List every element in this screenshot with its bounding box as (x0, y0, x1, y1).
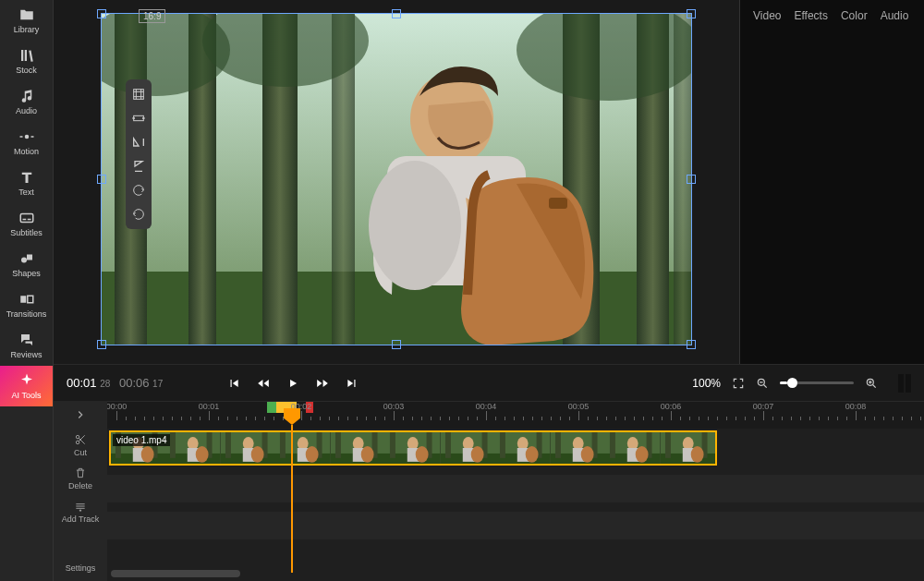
delete-button[interactable]: Delete (54, 462, 107, 495)
empty-track-1[interactable] (107, 475, 924, 502)
tab-audio[interactable]: Audio (881, 9, 909, 22)
sidebar-item-subtitles[interactable]: Subtitles (0, 203, 53, 244)
svg-rect-37 (170, 432, 176, 458)
subtitles-icon (18, 210, 35, 226)
svg-point-60 (353, 437, 364, 450)
svg-rect-58 (335, 432, 341, 458)
settings-button[interactable]: Settings (54, 555, 107, 581)
zoom-in-button[interactable] (865, 377, 878, 390)
levels-icon (898, 374, 911, 393)
flip-h-button[interactable] (127, 131, 151, 153)
svg-rect-1 (20, 214, 33, 223)
svg-point-41 (196, 446, 209, 463)
folder-icon (18, 6, 35, 23)
svg-point-81 (517, 437, 529, 450)
timeline-ruler[interactable]: 00:0000:0100:0200:0300:0400:0500:0600:07… (107, 401, 924, 429)
aspect-ratio-badge[interactable]: 16:9 (139, 9, 165, 23)
sidebar-label: Audio (16, 106, 37, 115)
fullscreen-button[interactable] (732, 377, 745, 390)
svg-point-69 (416, 446, 429, 463)
svg-point-104 (690, 446, 703, 463)
zoom-level: 100% (692, 377, 721, 390)
collapse-button[interactable] (54, 401, 107, 429)
sidebar-label: Transitions (6, 309, 47, 319)
svg-rect-3 (27, 255, 32, 260)
rotate-ccw-button[interactable] (127, 203, 151, 225)
sidebar-label: Stock (16, 66, 37, 75)
svg-point-83 (526, 446, 539, 463)
svg-point-55 (306, 446, 319, 463)
timeline-tracks[interactable]: video 1.mp4 (107, 429, 924, 581)
svg-point-95 (627, 437, 638, 450)
sidebar-item-library[interactable]: Library (0, 0, 53, 41)
add-track-button[interactable]: Add Track (54, 495, 107, 528)
preview-area: 16:9 (54, 0, 739, 364)
preview-canvas[interactable] (101, 13, 692, 345)
svg-rect-79 (500, 432, 505, 458)
properties-panel: Video Effects Color Audio (739, 0, 924, 364)
current-frame: 28 (100, 379, 110, 389)
forward-button[interactable] (316, 377, 329, 390)
sidebar-label: Subtitles (10, 228, 43, 237)
svg-rect-4 (20, 296, 26, 303)
svg-rect-72 (445, 432, 451, 458)
svg-point-74 (463, 437, 474, 450)
svg-point-88 (572, 437, 583, 450)
svg-point-48 (251, 446, 264, 463)
svg-point-62 (361, 446, 374, 463)
horizontal-scrollbar[interactable] (111, 570, 240, 577)
svg-rect-93 (610, 432, 615, 458)
svg-rect-44 (225, 432, 231, 458)
svg-point-90 (580, 446, 593, 463)
fit-button[interactable] (127, 83, 151, 105)
crop-button[interactable] (127, 107, 151, 129)
svg-rect-100 (664, 432, 670, 458)
sidebar-label: Text (18, 188, 34, 197)
transitions-icon (18, 291, 35, 308)
sparkle-icon (18, 372, 35, 389)
svg-point-76 (470, 446, 483, 463)
clip-label: video 1.mp4 (113, 434, 170, 446)
play-button[interactable] (286, 377, 299, 390)
books-icon (18, 47, 35, 64)
tab-effects[interactable]: Effects (794, 9, 827, 22)
svg-point-34 (141, 446, 154, 463)
current-time: 00:01 (67, 376, 97, 390)
svg-rect-6 (134, 90, 144, 100)
svg-point-53 (298, 437, 309, 450)
goto-end-button[interactable] (346, 377, 359, 390)
flip-v-button[interactable] (127, 155, 151, 177)
rewind-button[interactable] (257, 377, 270, 390)
svg-point-2 (21, 258, 27, 263)
rotate-cw-button[interactable] (127, 179, 151, 201)
timecode: 00:01 28 00:06 17 (67, 376, 163, 390)
svg-point-39 (188, 437, 199, 450)
tab-video[interactable]: Video (753, 9, 781, 22)
transform-toolbar (126, 79, 152, 229)
svg-point-67 (407, 437, 419, 450)
sidebar-item-motion[interactable]: Motion (0, 122, 53, 163)
motion-icon (18, 128, 35, 145)
sidebar-item-shapes[interactable]: Shapes (0, 244, 53, 284)
sidebar-item-stock[interactable]: Stock (0, 41, 53, 81)
sidebar-item-transitions[interactable]: Transitions (0, 284, 53, 325)
svg-point-46 (243, 437, 254, 450)
sidebar-label: Shapes (12, 269, 41, 278)
shapes-icon (18, 250, 35, 267)
goto-start-button[interactable] (227, 377, 240, 390)
sidebar-label: Motion (14, 147, 39, 156)
empty-track-2[interactable] (107, 512, 924, 539)
svg-rect-23 (549, 198, 567, 209)
sidebar-item-audio[interactable]: Audio (0, 81, 53, 122)
zoom-slider[interactable] (780, 381, 854, 384)
duration-frame: 17 (152, 379, 163, 389)
zoom-out-button[interactable] (756, 377, 769, 390)
tab-color[interactable]: Color (841, 9, 868, 22)
cut-button[interactable]: Cut (54, 429, 107, 462)
playback-bar: 00:01 28 00:06 17 100% (54, 364, 924, 401)
sidebar-item-text[interactable]: Text (0, 163, 53, 203)
sidebar-item-ai-tools[interactable]: AI Tools (0, 366, 53, 406)
svg-rect-7 (134, 115, 144, 120)
timeline-clip[interactable]: video 1.mp4 (109, 430, 717, 466)
sidebar-item-reviews[interactable]: Reviews (0, 325, 53, 366)
